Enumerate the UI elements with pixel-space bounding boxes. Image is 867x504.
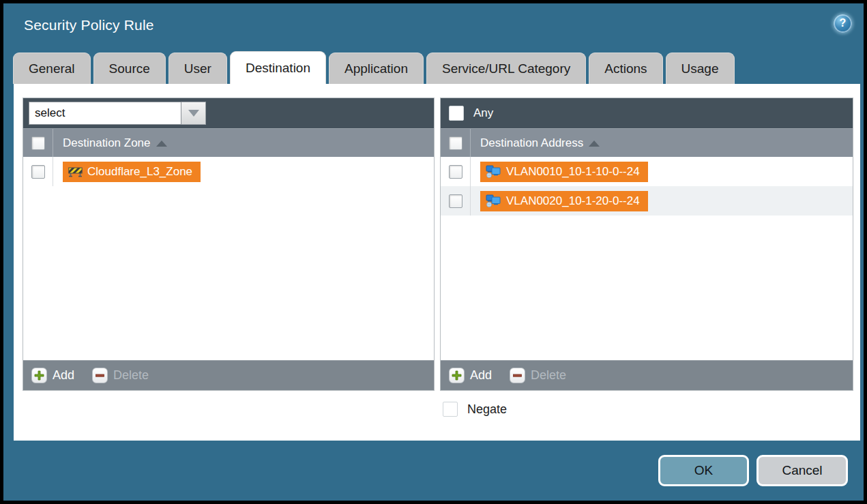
tab-usage[interactable]: Usage xyxy=(666,53,735,84)
address-row-checkbox[interactable] xyxy=(449,194,462,208)
zone-column-header: Destination Zone xyxy=(23,128,434,157)
tab-application[interactable]: Application xyxy=(329,53,424,84)
address-item-vlan0020[interactable]: VLAN0020_10-1-20-0--24 xyxy=(480,191,648,211)
tab-destination[interactable]: Destination xyxy=(230,51,326,84)
address-select-all-checkbox[interactable] xyxy=(449,136,462,150)
negate-option: Negate xyxy=(443,402,507,417)
zone-column-title[interactable]: Destination Zone xyxy=(63,136,167,150)
zone-panel-footer: Add Delete xyxy=(23,360,434,390)
address-panel-topbar: Any xyxy=(441,98,853,128)
zone-select-all-checkbox[interactable] xyxy=(31,136,45,150)
zone-select-dropdown-button[interactable] xyxy=(181,102,206,125)
destination-tab-content: Destination Zone xyxy=(14,84,860,441)
titlebar: Security Policy Rule ? xyxy=(3,3,864,51)
address-network-icon xyxy=(486,165,501,178)
zone-row-checkbox[interactable] xyxy=(31,165,45,179)
tab-actions[interactable]: Actions xyxy=(589,53,662,84)
address-row-checkbox[interactable] xyxy=(449,165,462,179)
delete-minus-icon xyxy=(92,368,108,383)
sort-ascending-icon xyxy=(589,140,600,147)
security-policy-rule-dialog: Security Policy Rule ? General Source Us… xyxy=(3,3,864,501)
zone-panel-topbar xyxy=(23,98,434,128)
help-icon[interactable]: ? xyxy=(834,14,852,33)
tab-service-url-category[interactable]: Service/URL Category xyxy=(426,53,586,84)
any-label: Any xyxy=(473,106,493,120)
address-column-header: Destination Address xyxy=(441,128,853,157)
tab-general[interactable]: General xyxy=(13,53,91,84)
table-row: VLAN0020_10-1-20-0--24 xyxy=(441,186,853,216)
negate-checkbox[interactable] xyxy=(443,402,458,417)
table-row: VLAN0010_10-1-10-0--24 xyxy=(441,157,853,186)
tab-bar: General Source User Destination Applicat… xyxy=(13,51,735,84)
zone-item-cloudflare-l3-zone[interactable]: Cloudflare_L3_Zone xyxy=(63,162,201,182)
destination-zone-panel: Destination Zone xyxy=(23,98,435,391)
tab-user[interactable]: User xyxy=(168,53,227,84)
address-delete-button[interactable]: Delete xyxy=(510,368,566,383)
chevron-down-icon xyxy=(188,110,199,117)
address-add-button[interactable]: Add xyxy=(449,368,492,383)
add-plus-icon xyxy=(449,368,465,383)
address-column-title[interactable]: Destination Address xyxy=(480,136,600,150)
ok-button[interactable]: OK xyxy=(658,455,749,486)
address-item-vlan0010[interactable]: VLAN0010_10-1-10-0--24 xyxy=(480,162,648,182)
address-panel-footer: Add Delete xyxy=(441,360,853,390)
add-plus-icon xyxy=(31,368,47,383)
zone-rows: Cloudflare_L3_Zone xyxy=(23,157,434,360)
delete-minus-icon xyxy=(510,368,525,383)
zone-filter xyxy=(29,102,206,125)
address-rows: VLAN0010_10-1-10-0--24 xyxy=(441,157,853,360)
zone-select-input[interactable] xyxy=(29,102,181,125)
dialog-title: Security Policy Rule xyxy=(24,17,154,33)
table-row: Cloudflare_L3_Zone xyxy=(23,157,434,186)
any-checkbox[interactable] xyxy=(449,106,464,121)
destination-address-panel: Any Destination Address xyxy=(440,98,853,391)
zone-delete-button[interactable]: Delete xyxy=(92,368,149,383)
zone-barrier-icon xyxy=(68,166,83,177)
tab-source[interactable]: Source xyxy=(93,53,166,84)
address-network-icon xyxy=(486,194,501,207)
negate-label: Negate xyxy=(467,402,507,417)
cancel-button[interactable]: Cancel xyxy=(756,455,848,486)
zone-add-button[interactable]: Add xyxy=(31,368,74,383)
sort-ascending-icon xyxy=(156,140,167,147)
